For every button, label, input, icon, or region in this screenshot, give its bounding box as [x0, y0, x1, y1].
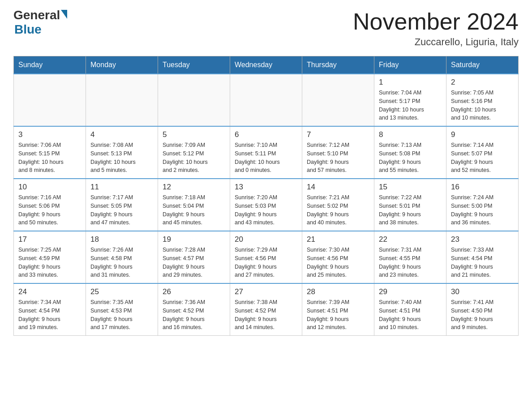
day-number: 13	[235, 183, 297, 192]
day-number: 19	[163, 235, 225, 244]
day-info: Sunrise: 7:24 AM Sunset: 5:00 PM Dayligh…	[451, 193, 514, 227]
table-cell: 23Sunrise: 7:33 AM Sunset: 4:54 PM Dayli…	[446, 231, 519, 283]
table-cell: 20Sunrise: 7:29 AM Sunset: 4:56 PM Dayli…	[230, 231, 302, 283]
table-cell: 25Sunrise: 7:35 AM Sunset: 4:53 PM Dayli…	[86, 283, 158, 336]
day-number: 26	[163, 287, 225, 296]
header-thursday: Thursday	[302, 56, 374, 74]
table-cell: 7Sunrise: 7:12 AM Sunset: 5:10 PM Daylig…	[302, 126, 374, 179]
week-row-5: 24Sunrise: 7:34 AM Sunset: 4:54 PM Dayli…	[14, 283, 519, 336]
table-cell: 29Sunrise: 7:40 AM Sunset: 4:51 PM Dayli…	[374, 283, 446, 336]
day-info: Sunrise: 7:41 AM Sunset: 4:50 PM Dayligh…	[451, 298, 514, 332]
table-cell: 13Sunrise: 7:20 AM Sunset: 5:03 PM Dayli…	[230, 179, 302, 231]
day-number: 15	[379, 183, 442, 192]
day-number: 27	[235, 287, 297, 296]
page-header: General Blue November 2024 Zuccarello, L…	[13, 9, 519, 48]
day-info: Sunrise: 7:20 AM Sunset: 5:03 PM Dayligh…	[235, 193, 297, 227]
day-number: 10	[18, 183, 81, 192]
table-cell: 5Sunrise: 7:09 AM Sunset: 5:12 PM Daylig…	[158, 126, 230, 179]
week-row-2: 3Sunrise: 7:06 AM Sunset: 5:15 PM Daylig…	[14, 126, 519, 179]
day-info: Sunrise: 7:13 AM Sunset: 5:08 PM Dayligh…	[379, 141, 442, 175]
day-info: Sunrise: 7:06 AM Sunset: 5:15 PM Dayligh…	[18, 141, 81, 175]
day-number: 17	[18, 235, 81, 244]
day-number: 6	[235, 130, 297, 139]
day-info: Sunrise: 7:05 AM Sunset: 5:16 PM Dayligh…	[451, 89, 514, 122]
day-number: 30	[451, 287, 514, 296]
day-number: 24	[18, 287, 81, 296]
table-cell: 19Sunrise: 7:28 AM Sunset: 4:57 PM Dayli…	[158, 231, 230, 283]
day-number: 23	[451, 235, 514, 244]
day-info: Sunrise: 7:10 AM Sunset: 5:11 PM Dayligh…	[235, 141, 297, 175]
table-cell: 17Sunrise: 7:25 AM Sunset: 4:59 PM Dayli…	[14, 231, 86, 283]
day-number: 14	[307, 183, 369, 192]
day-info: Sunrise: 7:04 AM Sunset: 5:17 PM Dayligh…	[379, 89, 442, 122]
day-info: Sunrise: 7:08 AM Sunset: 5:13 PM Dayligh…	[90, 141, 153, 175]
week-row-4: 17Sunrise: 7:25 AM Sunset: 4:59 PM Dayli…	[14, 231, 519, 283]
header-monday: Monday	[86, 56, 158, 74]
day-number: 22	[379, 235, 442, 244]
table-cell: 27Sunrise: 7:38 AM Sunset: 4:52 PM Dayli…	[230, 283, 302, 336]
table-cell: 21Sunrise: 7:30 AM Sunset: 4:56 PM Dayli…	[302, 231, 374, 283]
logo: General Blue	[13, 9, 67, 37]
table-cell: 22Sunrise: 7:31 AM Sunset: 4:55 PM Dayli…	[374, 231, 446, 283]
table-cell: 4Sunrise: 7:08 AM Sunset: 5:13 PM Daylig…	[86, 126, 158, 179]
day-number: 3	[18, 130, 81, 139]
table-cell: 12Sunrise: 7:18 AM Sunset: 5:04 PM Dayli…	[158, 179, 230, 231]
day-info: Sunrise: 7:22 AM Sunset: 5:01 PM Dayligh…	[379, 193, 442, 227]
table-cell	[158, 74, 230, 126]
table-cell	[302, 74, 374, 126]
table-cell: 9Sunrise: 7:14 AM Sunset: 5:07 PM Daylig…	[446, 126, 519, 179]
header-saturday: Saturday	[446, 56, 519, 74]
day-info: Sunrise: 7:28 AM Sunset: 4:57 PM Dayligh…	[163, 246, 225, 279]
logo-blue-text: Blue	[13, 22, 42, 37]
day-info: Sunrise: 7:14 AM Sunset: 5:07 PM Dayligh…	[451, 141, 514, 175]
day-info: Sunrise: 7:21 AM Sunset: 5:02 PM Dayligh…	[307, 193, 369, 227]
day-info: Sunrise: 7:33 AM Sunset: 4:54 PM Dayligh…	[451, 246, 514, 279]
table-cell: 11Sunrise: 7:17 AM Sunset: 5:05 PM Dayli…	[86, 179, 158, 231]
calendar-subtitle: Zuccarello, Liguria, Italy	[353, 36, 519, 48]
table-cell: 24Sunrise: 7:34 AM Sunset: 4:54 PM Dayli…	[14, 283, 86, 336]
day-info: Sunrise: 7:26 AM Sunset: 4:58 PM Dayligh…	[90, 246, 153, 279]
table-cell: 28Sunrise: 7:39 AM Sunset: 4:51 PM Dayli…	[302, 283, 374, 336]
table-cell: 15Sunrise: 7:22 AM Sunset: 5:01 PM Dayli…	[374, 179, 446, 231]
day-number: 16	[451, 183, 514, 192]
day-info: Sunrise: 7:18 AM Sunset: 5:04 PM Dayligh…	[163, 193, 225, 227]
table-cell: 1Sunrise: 7:04 AM Sunset: 5:17 PM Daylig…	[374, 74, 446, 126]
table-cell: 18Sunrise: 7:26 AM Sunset: 4:58 PM Dayli…	[86, 231, 158, 283]
table-cell: 6Sunrise: 7:10 AM Sunset: 5:11 PM Daylig…	[230, 126, 302, 179]
table-cell: 2Sunrise: 7:05 AM Sunset: 5:16 PM Daylig…	[446, 74, 519, 126]
day-number: 20	[235, 235, 297, 244]
day-number: 18	[90, 235, 153, 244]
table-cell	[230, 74, 302, 126]
day-number: 21	[307, 235, 369, 244]
day-info: Sunrise: 7:12 AM Sunset: 5:10 PM Dayligh…	[307, 141, 369, 175]
day-number: 11	[90, 183, 153, 192]
day-info: Sunrise: 7:16 AM Sunset: 5:06 PM Dayligh…	[18, 193, 81, 227]
day-info: Sunrise: 7:29 AM Sunset: 4:56 PM Dayligh…	[235, 246, 297, 279]
table-cell: 16Sunrise: 7:24 AM Sunset: 5:00 PM Dayli…	[446, 179, 519, 231]
day-info: Sunrise: 7:39 AM Sunset: 4:51 PM Dayligh…	[307, 298, 369, 332]
header-tuesday: Tuesday	[158, 56, 230, 74]
day-info: Sunrise: 7:25 AM Sunset: 4:59 PM Dayligh…	[18, 246, 81, 279]
day-number: 28	[307, 287, 369, 296]
table-cell	[86, 74, 158, 126]
day-number: 12	[163, 183, 225, 192]
calendar-table: Sunday Monday Tuesday Wednesday Thursday…	[13, 56, 519, 336]
day-number: 2	[451, 78, 514, 87]
day-info: Sunrise: 7:17 AM Sunset: 5:05 PM Dayligh…	[90, 193, 153, 227]
table-cell: 10Sunrise: 7:16 AM Sunset: 5:06 PM Dayli…	[14, 179, 86, 231]
logo-general-text: General	[13, 9, 60, 21]
title-area: November 2024 Zuccarello, Liguria, Italy	[353, 9, 519, 48]
day-number: 25	[90, 287, 153, 296]
table-cell: 3Sunrise: 7:06 AM Sunset: 5:15 PM Daylig…	[14, 126, 86, 179]
day-info: Sunrise: 7:09 AM Sunset: 5:12 PM Dayligh…	[163, 141, 225, 175]
day-number: 7	[307, 130, 369, 139]
week-row-1: 1Sunrise: 7:04 AM Sunset: 5:17 PM Daylig…	[14, 74, 519, 126]
week-row-3: 10Sunrise: 7:16 AM Sunset: 5:06 PM Dayli…	[14, 179, 519, 231]
header-wednesday: Wednesday	[230, 56, 302, 74]
logo-arrow-icon	[61, 10, 67, 19]
day-number: 5	[163, 130, 225, 139]
table-cell	[14, 74, 86, 126]
table-cell: 30Sunrise: 7:41 AM Sunset: 4:50 PM Dayli…	[446, 283, 519, 336]
day-info: Sunrise: 7:36 AM Sunset: 4:52 PM Dayligh…	[163, 298, 225, 332]
table-cell: 14Sunrise: 7:21 AM Sunset: 5:02 PM Dayli…	[302, 179, 374, 231]
